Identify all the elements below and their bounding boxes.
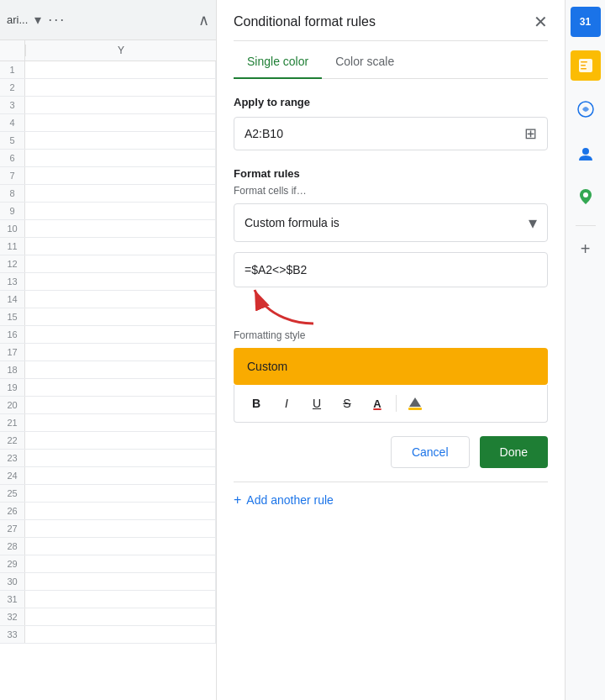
grid-cell[interactable] [25, 291, 216, 308]
grid-cell[interactable] [25, 485, 216, 502]
row-number: 19 [0, 379, 25, 396]
add-rule-label: Add another rule [246, 493, 334, 507]
table-row: 16 [0, 326, 216, 344]
table-row: 9 [0, 203, 216, 220]
calendar-icon[interactable]: 31 [571, 7, 601, 37]
grid-cell[interactable] [25, 255, 216, 272]
fill-icon [407, 395, 424, 412]
panel-title: Conditional format rules [234, 14, 376, 29]
spreadsheet-title: ari... [7, 13, 28, 26]
table-row: 15 [0, 308, 216, 326]
table-row: 2 [0, 79, 216, 97]
more-options-icon[interactable]: ··· [48, 11, 66, 29]
strikethrough-button[interactable]: S [335, 392, 359, 415]
row-number: 18 [0, 361, 25, 378]
table-row: 17 [0, 344, 216, 361]
grid-cell[interactable] [25, 450, 216, 466]
grid-cell[interactable] [25, 150, 216, 166]
collapse-icon[interactable]: ∧ [198, 11, 209, 29]
grid-cell[interactable] [25, 591, 216, 608]
grid-cell[interactable] [25, 555, 216, 572]
svg-rect-5 [581, 68, 587, 70]
grid-cell[interactable] [25, 397, 216, 413]
grid-cell[interactable] [25, 185, 216, 202]
formula-input[interactable] [234, 252, 548, 287]
table-row: 20 [0, 397, 216, 414]
grid-cell[interactable] [25, 79, 216, 96]
table-row: 22 [0, 432, 216, 450]
dropdown-arrow-icon: ▾ [529, 213, 537, 233]
action-row: Cancel Done [234, 423, 548, 482]
custom-style-button[interactable]: Custom [234, 348, 548, 385]
grid-cell[interactable] [25, 167, 216, 184]
grid-cell[interactable] [25, 467, 216, 484]
table-row: 23 [0, 450, 216, 467]
grid-cell[interactable] [25, 608, 216, 625]
add-sidebar-icon[interactable]: + [581, 239, 591, 259]
cancel-button[interactable]: Cancel [391, 436, 470, 468]
grid-cell[interactable] [25, 626, 216, 643]
row-number: 12 [0, 255, 25, 272]
row-number: 8 [0, 185, 25, 202]
grid-cell[interactable] [25, 61, 216, 78]
row-number: 11 [0, 238, 25, 255]
grid-cell[interactable] [25, 308, 216, 325]
table-row: 3 [0, 97, 216, 114]
tab-single-color[interactable]: Single color [234, 45, 322, 78]
row-number: 28 [0, 538, 25, 555]
grid-cell[interactable] [25, 326, 216, 343]
add-rule-row[interactable]: + Add another rule [234, 482, 548, 524]
grid-cell[interactable] [25, 344, 216, 361]
table-row: 1 [0, 61, 216, 79]
grid-cell[interactable] [25, 97, 216, 113]
apply-range-label: Apply to range [234, 96, 548, 108]
grid-cell[interactable] [25, 132, 216, 149]
grid-cell[interactable] [25, 379, 216, 396]
table-row: 29 [0, 555, 216, 573]
title-chevron-icon[interactable]: ▾ [34, 12, 41, 28]
grid-cell[interactable] [25, 520, 216, 537]
grid-cell[interactable] [25, 538, 216, 555]
range-input[interactable] [245, 127, 524, 140]
table-row: 24 [0, 467, 216, 485]
grid-cell[interactable] [25, 220, 216, 237]
row-number: 24 [0, 467, 25, 484]
maps-icon[interactable] [571, 182, 601, 212]
grid-cell[interactable] [25, 503, 216, 519]
row-number: 13 [0, 273, 25, 290]
grid-cell[interactable] [25, 414, 216, 431]
row-number: 10 [0, 220, 25, 237]
table-row: 31 [0, 591, 216, 608]
row-number: 3 [0, 97, 25, 113]
text-color-button[interactable]: A [366, 392, 389, 415]
table-row: 19 [0, 379, 216, 397]
contacts-icon[interactable] [571, 138, 601, 168]
format-condition-dropdown[interactable]: Custom formula is ▾ [234, 203, 548, 242]
grid-cell[interactable] [25, 573, 216, 590]
done-button[interactable]: Done [480, 436, 548, 468]
grid-cell[interactable] [25, 361, 216, 378]
fill-color-button[interactable] [403, 392, 427, 415]
close-icon[interactable]: ✕ [534, 13, 548, 30]
format-rules-label: Format rules [234, 167, 548, 180]
grid-cell[interactable] [25, 203, 216, 219]
grid-cell[interactable] [25, 238, 216, 255]
svg-point-8 [583, 192, 588, 197]
row-number: 21 [0, 414, 25, 431]
meet-icon[interactable] [571, 94, 601, 124]
top-bar: ari... ▾ ··· ∧ [0, 0, 216, 40]
grid-select-icon[interactable]: ⊞ [524, 124, 537, 143]
bold-button[interactable]: B [245, 392, 268, 415]
tasks-icon[interactable] [571, 50, 601, 81]
grid-cell[interactable] [25, 114, 216, 131]
range-input-row: ⊞ [234, 117, 548, 150]
underline-button[interactable]: U [305, 392, 329, 415]
row-number: 22 [0, 432, 25, 449]
grid-cell[interactable] [25, 432, 216, 449]
row-number: 16 [0, 326, 25, 343]
row-number: 17 [0, 344, 25, 361]
grid-cell[interactable] [25, 273, 216, 290]
toolbar-divider [396, 395, 397, 412]
italic-button[interactable]: I [275, 392, 298, 415]
tab-color-scale[interactable]: Color scale [322, 45, 408, 78]
